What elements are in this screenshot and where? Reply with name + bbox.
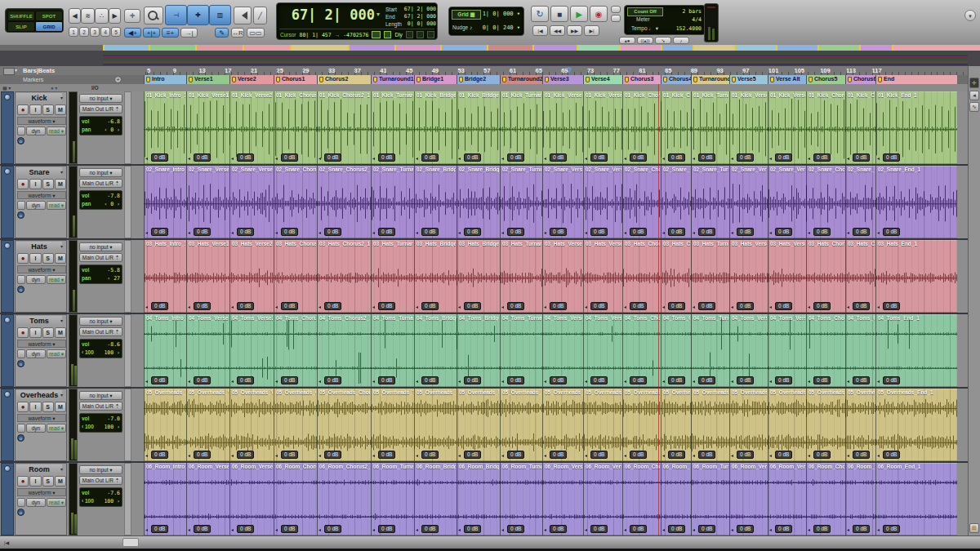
clip[interactable]: 04_Toms_Verse5◂0 dB — [729, 314, 768, 387]
zoom-rail-button[interactable]: ✛ — [969, 78, 979, 88]
vol-value[interactable]: -7.8 — [107, 193, 120, 201]
clip[interactable]: 01_Kick_Bridge1◂0 dB — [414, 91, 457, 164]
mute-button[interactable]: M — [55, 253, 66, 264]
main-counter-caret[interactable]: ▾ — [376, 11, 380, 18]
tab-transient-button[interactable]: ◀+ — [124, 28, 141, 38]
clip-gain-speaker-icon[interactable]: ◂ — [624, 378, 626, 384]
record-button[interactable]: ◉ — [590, 6, 608, 22]
clip-gain-speaker-icon[interactable]: ◂ — [145, 304, 148, 310]
clip[interactable]: 06_Room_Verse4◂0 dB — [583, 463, 622, 535]
output-selector[interactable]: Main Out L/R ⇡ — [79, 104, 122, 113]
input-monitor-button[interactable]: I — [29, 327, 41, 338]
zoomer-tool[interactable] — [144, 7, 163, 24]
clip[interactable]: 05_Overheads_Verse3◂0 dB — [542, 389, 583, 461]
clip-gain-badge[interactable]: 0 dB — [630, 302, 647, 310]
clip-gain-speaker-icon[interactable]: ◂ — [372, 527, 375, 533]
clip-gain-badge[interactable]: 0 dB — [194, 376, 211, 384]
clip-gain-speaker-icon[interactable]: ◂ — [808, 452, 810, 459]
clip[interactable]: 02_Snare_Intro_1◂0 dB — [144, 166, 186, 238]
clip[interactable]: 02_Snare_Verse3◂0 dB — [542, 166, 583, 238]
clip-gain-badge[interactable]: 0 dB — [668, 228, 685, 236]
clip-gain-badge[interactable]: 0 dB — [813, 376, 831, 384]
clip[interactable]: 01_Kick_Verse2◂0 dB — [229, 91, 274, 164]
clip-gain-badge[interactable]: 0 dB — [281, 376, 298, 384]
clip-gain-badge[interactable]: 0 dB — [630, 376, 647, 384]
track-scroll-column[interactable] — [124, 389, 131, 461]
clip-gain-badge[interactable]: 0 dB — [630, 525, 647, 533]
input-monitor-button[interactable]: I — [29, 402, 41, 412]
metronome-button[interactable]: ▴● — [619, 37, 635, 44]
clip[interactable]: 06_Room_Chorus2_1◂0 dB — [317, 463, 371, 535]
start-value[interactable]: 67| 2| 000 — [404, 6, 436, 13]
clip-gain-speaker-icon[interactable]: ◂ — [458, 229, 461, 236]
track-name[interactable]: Hats — [16, 242, 62, 251]
track-state-icon[interactable] — [4, 168, 11, 175]
track-name-caret-icon[interactable]: ▾ — [60, 93, 65, 103]
midi-zoom-icon[interactable]: ∴ — [95, 8, 109, 24]
clip-gain-badge[interactable]: 0 dB — [775, 451, 792, 459]
clip[interactable]: 03_Hats_Chorus4◂0 dB — [661, 240, 691, 313]
link-track-button[interactable]: →| — [180, 28, 198, 38]
edit-mode-slip[interactable]: SLIP — [7, 21, 35, 32]
clip[interactable]: 03_Hats_Chorus3◂0 dB — [622, 240, 661, 313]
clip[interactable]: 01_Kick_Turnaround3◂0 dB — [691, 91, 729, 164]
clip-gain-badge[interactable]: 0 dB — [324, 451, 341, 459]
clip[interactable]: 04_Toms_Chorus1◂0 dB — [274, 314, 317, 387]
input-monitor-button[interactable]: I — [29, 253, 41, 264]
clip[interactable]: 01_Kick_Turnaround1◂0 dB — [371, 91, 414, 164]
clip-gain-speaker-icon[interactable]: ◂ — [145, 452, 148, 459]
clip-gain-badge[interactable]: 0 dB — [464, 376, 481, 384]
clip-gain-speaker-icon[interactable]: ◂ — [275, 155, 278, 162]
vol-pan-display[interactable]: vol-7.8 pan‹ 0 › — [79, 190, 122, 210]
elastic-audio-button[interactable] — [17, 201, 25, 210]
marker-bridge2[interactable]: Bridge2 — [457, 75, 500, 84]
link-timeline-button[interactable]: ≡+ — [162, 28, 179, 38]
clip[interactable]: 01_Kick_Verse4◂0 dB — [583, 91, 622, 164]
clip[interactable]: 05_Overheads_Turnaround3◂0 dB — [691, 389, 729, 461]
clip-gain-badge[interactable]: 0 dB — [324, 376, 341, 384]
mute-button[interactable]: M — [55, 327, 66, 338]
clip-gain-badge[interactable]: 0 dB — [281, 525, 298, 533]
clip-gain-badge[interactable]: 0 dB — [813, 153, 831, 162]
clip-gain-speaker-icon[interactable]: ◂ — [145, 229, 148, 236]
clip[interactable]: 03_Hats_Verse1◂0 dB — [186, 240, 229, 313]
clip[interactable]: 02_Snare_Chorus2_1◂0 dB — [317, 166, 371, 238]
clip-gain-speaker-icon[interactable]: ◂ — [877, 155, 880, 162]
clip-gain-badge[interactable]: 0 dB — [883, 153, 900, 162]
clip-gain-speaker-icon[interactable]: ◂ — [501, 452, 504, 459]
clip-gain-speaker-icon[interactable]: ◂ — [416, 229, 418, 236]
clip-gain-speaker-icon[interactable]: ◂ — [372, 304, 375, 310]
timeline-insertion-icon[interactable] — [372, 31, 381, 38]
clip-gain-badge[interactable]: 0 dB — [378, 525, 395, 533]
clip[interactable]: 01_Kick_Chorus1◂0 dB — [274, 91, 317, 164]
clip-gain-badge[interactable]: 0 dB — [668, 451, 685, 459]
clip[interactable]: 04_Toms_Chorus2_1◂0 dB — [317, 314, 371, 387]
elastic-audio-button[interactable] — [17, 275, 25, 284]
dly-label[interactable]: Dly — [394, 32, 402, 38]
clip-gain-badge[interactable]: 0 dB — [813, 228, 831, 236]
clip-gain-badge[interactable]: 0 dB — [668, 376, 685, 384]
clip-gain-speaker-icon[interactable]: ◂ — [188, 155, 190, 162]
clip-gain-badge[interactable]: 0 dB — [550, 451, 567, 459]
zoom-preset-3[interactable]: 3 — [90, 27, 100, 37]
pan-right[interactable]: ‹ 0 › — [104, 201, 120, 209]
marker-chorus1[interactable]: Chorus1 — [274, 75, 317, 84]
clip-gain-badge[interactable]: 0 dB — [237, 228, 254, 236]
ruler-caret-icon[interactable]: ▾ — [15, 67, 17, 73]
clip-gain-speaker-icon[interactable]: ◂ — [847, 452, 849, 459]
vol-value[interactable]: -7.6 — [107, 490, 120, 498]
clip[interactable]: 02_Snare_Turnaround3◂0 dB — [691, 166, 729, 238]
clip-gain-speaker-icon[interactable]: ◂ — [544, 378, 546, 384]
track-color-tab[interactable] — [1, 314, 14, 387]
workflow-icon[interactable]: o — [17, 434, 24, 442]
clip-gain-speaker-icon[interactable]: ◂ — [808, 304, 810, 310]
clip-gain-badge[interactable]: 0 dB — [550, 228, 567, 236]
record-enable-button[interactable]: ● — [17, 327, 29, 338]
zoom-toggle-icon[interactable]: ✛ — [124, 9, 140, 23]
clip[interactable]: 02_Snare_Bridge2◂0 dB — [457, 166, 500, 238]
clip-gain-badge[interactable]: 0 dB — [668, 302, 685, 310]
clip[interactable]: 04_Toms_Chorus5◂0 dB — [806, 314, 845, 387]
clip[interactable]: 04_Toms_Bridge1◂0 dB — [414, 314, 457, 387]
clip-gain-badge[interactable]: 0 dB — [853, 302, 870, 310]
clip-gain-speaker-icon[interactable]: ◂ — [662, 378, 665, 384]
